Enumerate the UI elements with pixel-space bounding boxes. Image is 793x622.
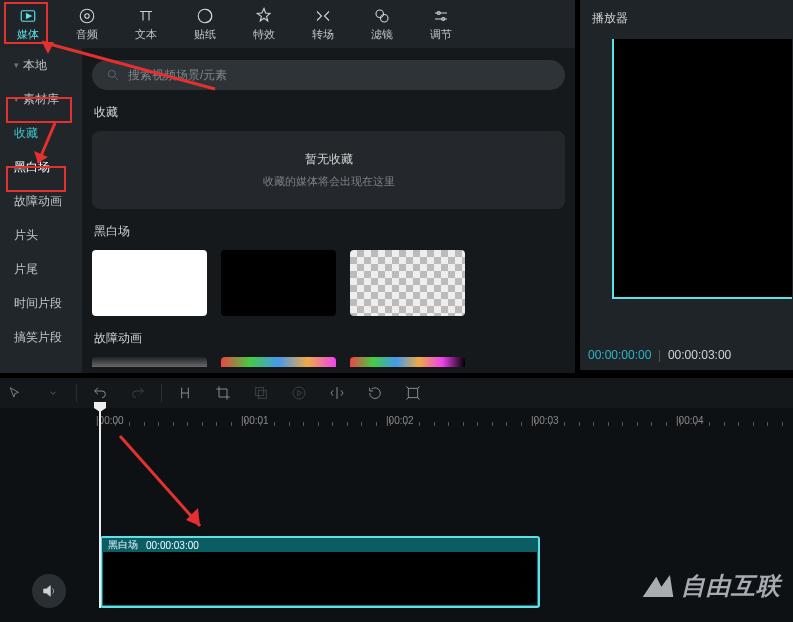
sidebar-item-label: 搞笑片段 — [14, 329, 62, 346]
top-toolbar: 媒体 音频 文本 贴纸 特效 转场 滤镜 调节 — [0, 0, 575, 48]
favorite-hint: 收藏的媒体将会出现在这里 — [92, 174, 565, 189]
audio-icon — [78, 7, 96, 25]
tab-filter[interactable]: 滤镜 — [360, 7, 404, 42]
undo-icon[interactable] — [91, 384, 109, 402]
svg-point-2 — [80, 9, 94, 23]
sidebar-item-outro[interactable]: 片尾 — [0, 252, 82, 286]
text-icon — [137, 7, 155, 25]
playhead[interactable] — [99, 408, 101, 608]
sidebar-item-glitch[interactable]: 故障动画 — [0, 184, 82, 218]
redo-icon[interactable] — [129, 384, 147, 402]
thumb-transparent[interactable] — [350, 250, 465, 316]
tab-audio[interactable]: 音频 — [65, 7, 109, 42]
rotate-icon[interactable] — [366, 384, 384, 402]
tab-text[interactable]: 文本 — [124, 7, 168, 42]
section-favorite-title: 收藏 — [94, 104, 565, 121]
thumb-black[interactable] — [221, 250, 336, 316]
search-placeholder: 搜索视频场景/元素 — [128, 67, 227, 84]
clip-header: 黑白场 00:00:03:00 — [102, 538, 538, 552]
crop-icon[interactable] — [214, 384, 232, 402]
svg-rect-15 — [408, 388, 417, 397]
adjust-icon — [432, 7, 450, 25]
search-icon — [106, 68, 120, 82]
watermark-logo-icon — [641, 571, 675, 601]
sidebar-item-blackwhite[interactable]: 黑白场 — [0, 150, 82, 184]
section-glitch-title: 故障动画 — [94, 330, 565, 347]
sidebar-item-local[interactable]: 本地 — [0, 48, 82, 82]
filter-icon — [373, 7, 391, 25]
sidebar-item-label: 片头 — [14, 227, 38, 244]
svg-point-13 — [293, 387, 305, 399]
timeline-ruler[interactable]: |00:00|00:01|00:02|00:03|00:04 — [100, 408, 793, 426]
tab-label: 转场 — [312, 27, 334, 42]
preview-timecode: 00:00:00:00 | 00:00:03:00 — [588, 348, 731, 362]
clip-name: 黑白场 — [108, 538, 138, 552]
watermark: 自由互联 — [641, 570, 781, 602]
preview-canvas[interactable] — [612, 39, 792, 299]
library-panel: 搜索视频场景/元素 收藏 暂无收藏 收藏的媒体将会出现在这里 黑白场 故障动画 … — [82, 48, 575, 373]
media-icon — [19, 7, 37, 25]
clip-body — [103, 552, 537, 605]
thumb-glitch-1[interactable]: 00:01 — [92, 357, 207, 367]
sidebar-item-intro[interactable]: 片头 — [0, 218, 82, 252]
preview-panel: 播放器 00:00:00:00 | 00:00:03:00 — [580, 0, 793, 370]
effect-icon — [255, 7, 273, 25]
sidebar-item-label: 时间片段 — [14, 295, 62, 312]
bw-thumbs — [92, 250, 565, 316]
svg-point-6 — [381, 14, 389, 22]
svg-point-3 — [85, 13, 90, 18]
sidebar-item-label: 黑白场 — [14, 159, 50, 176]
sidebar-item-label: 本地 — [23, 57, 47, 74]
search-input[interactable]: 搜索视频场景/元素 — [92, 60, 565, 90]
thumb-white[interactable] — [92, 250, 207, 316]
tab-label: 媒体 — [17, 27, 39, 42]
sticker-icon — [196, 7, 214, 25]
timeline-toolbar — [0, 378, 793, 408]
tab-sticker[interactable]: 贴纸 — [183, 7, 227, 42]
mirror-icon[interactable] — [328, 384, 346, 402]
svg-point-5 — [376, 10, 384, 18]
svg-line-10 — [115, 77, 119, 81]
section-bw-title: 黑白场 — [94, 223, 565, 240]
svg-rect-12 — [256, 388, 264, 396]
tab-label: 滤镜 — [371, 27, 393, 42]
tab-label: 调节 — [430, 27, 452, 42]
thumb-glitch-3[interactable]: 00:01 — [350, 357, 465, 367]
timeline-clip[interactable]: 黑白场 00:00:03:00 — [100, 536, 540, 608]
sidebar-item-label: 片尾 — [14, 261, 38, 278]
sidebar-item-label: 故障动画 — [14, 193, 62, 210]
mid-area: 本地 素材库 收藏 黑白场 故障动画 片头 片尾 时间片段 搞笑片段 搜索视频场… — [0, 48, 575, 373]
chevron-down-icon[interactable] — [44, 384, 62, 402]
current-time: 00:00:00:00 — [588, 348, 651, 362]
copy-icon[interactable] — [252, 384, 270, 402]
tab-label: 贴纸 — [194, 27, 216, 42]
svg-marker-14 — [298, 390, 302, 395]
tab-media[interactable]: 媒体 — [6, 7, 50, 42]
mute-button[interactable] — [32, 574, 66, 608]
preview-title: 播放器 — [592, 10, 781, 27]
sidebar-item-time[interactable]: 时间片段 — [0, 286, 82, 320]
favorite-empty-box: 暂无收藏 收藏的媒体将会出现在这里 — [92, 131, 565, 209]
sidebar-item-favorite[interactable]: 收藏 — [0, 116, 82, 150]
favorite-empty-text: 暂无收藏 — [92, 151, 565, 168]
thumb-glitch-2[interactable]: 00:01 — [221, 357, 336, 367]
select-tool[interactable] — [6, 384, 24, 402]
sidebar: 本地 素材库 收藏 黑白场 故障动画 片头 片尾 时间片段 搞笑片段 — [0, 48, 82, 373]
watermark-text: 自由互联 — [681, 570, 781, 602]
tab-effect[interactable]: 特效 — [242, 7, 286, 42]
cut-icon[interactable] — [176, 384, 194, 402]
sidebar-item-label: 收藏 — [14, 125, 38, 142]
tab-transition[interactable]: 转场 — [301, 7, 345, 42]
tab-adjust[interactable]: 调节 — [419, 7, 463, 42]
sidebar-item-label: 素材库 — [23, 91, 59, 108]
transform-icon[interactable] — [404, 384, 422, 402]
clip-duration: 00:00:03:00 — [146, 540, 199, 551]
transition-icon — [314, 7, 332, 25]
play-icon[interactable] — [290, 384, 308, 402]
tab-label: 音频 — [76, 27, 98, 42]
svg-point-9 — [108, 70, 115, 77]
tab-label: 文本 — [135, 27, 157, 42]
sidebar-item-funny[interactable]: 搞笑片段 — [0, 320, 82, 354]
sidebar-item-library[interactable]: 素材库 — [0, 82, 82, 116]
svg-marker-1 — [27, 13, 32, 18]
